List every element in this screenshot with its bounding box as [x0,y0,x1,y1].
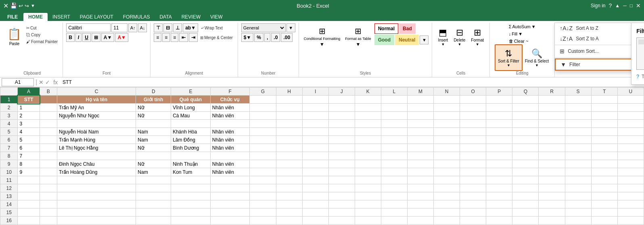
table-cell[interactable]: Nhân viên [210,168,250,176]
table-cell[interactable] [539,104,565,112]
table-cell[interactable] [512,200,539,208]
table-cell[interactable] [565,168,591,176]
table-cell[interactable]: Quê quán [171,96,211,104]
col-header-k[interactable]: K [355,88,381,96]
table-cell[interactable] [591,200,617,208]
table-cell[interactable] [539,144,565,152]
decrease-indent-button[interactable]: ⇤ [179,33,188,42]
align-bottom-button[interactable]: ⊥ [173,23,182,32]
table-cell[interactable] [539,136,565,144]
table-cell[interactable] [434,104,460,112]
table-cell[interactable] [171,200,211,208]
table-cell[interactable] [565,152,591,160]
table-cell[interactable] [355,144,381,152]
tab-home[interactable]: HOME [23,13,48,21]
table-cell[interactable] [381,128,407,136]
table-cell[interactable] [250,152,276,160]
col-header-p[interactable]: P [486,88,512,96]
table-cell[interactable] [407,128,433,136]
col-header-l[interactable]: L [381,88,407,96]
table-cell[interactable] [591,112,617,120]
table-cell[interactable] [276,128,302,136]
table-cell[interactable]: Nhân viên [210,144,250,152]
table-cell[interactable] [407,136,433,144]
col-header-e[interactable]: E [171,88,211,96]
table-cell[interactable] [302,112,328,120]
table-cell[interactable] [328,160,355,168]
table-cell[interactable] [302,217,328,225]
font-name-input[interactable] [66,23,111,32]
table-cell[interactable] [460,176,486,184]
table-cell[interactable] [57,200,136,208]
table-cell[interactable] [486,144,512,152]
table-cell[interactable] [460,208,486,217]
table-cell[interactable] [486,128,512,136]
table-cell[interactable] [276,184,302,192]
table-cell[interactable] [434,200,460,208]
autosum-button[interactable]: Σ AutoSum ▼ [506,23,538,30]
table-cell[interactable] [302,200,328,208]
table-cell[interactable] [136,176,171,184]
table-cell[interactable] [617,152,644,160]
table-cell[interactable] [460,104,486,112]
table-cell[interactable] [460,160,486,168]
table-cell[interactable]: 8 [18,160,40,168]
paste-button[interactable]: 📋 Paste [5,23,24,50]
table-cell[interactable]: Nữ [136,144,171,152]
table-cell[interactable] [434,96,460,104]
table-cell[interactable] [40,136,57,144]
table-cell[interactable] [40,120,57,128]
table-cell[interactable] [434,144,460,152]
col-header-j[interactable]: J [328,88,355,96]
table-cell[interactable] [302,136,328,144]
table-cell[interactable] [591,168,617,176]
table-cell[interactable] [328,184,355,192]
formula-function-icon[interactable]: fx [52,79,59,85]
col-header-m[interactable]: M [407,88,433,96]
table-cell[interactable] [40,144,57,152]
quick-access-more[interactable]: ▼ [31,3,35,8]
style-normal-box[interactable]: Normal [374,23,398,34]
table-cell[interactable] [355,200,381,208]
table-cell[interactable] [381,136,407,144]
find-select-button[interactable]: 🔍 Find & Select ▼ [523,44,551,71]
table-cell[interactable] [460,200,486,208]
table-cell[interactable] [539,120,565,128]
table-cell[interactable] [355,152,381,160]
table-cell[interactable] [302,128,328,136]
table-cell[interactable] [210,120,250,128]
table-cell[interactable] [276,144,302,152]
table-cell[interactable] [40,168,57,176]
table-cell[interactable] [40,96,57,104]
table-cell[interactable] [486,136,512,144]
table-cell[interactable] [302,104,328,112]
name-box-input[interactable] [2,78,34,86]
table-cell[interactable] [591,128,617,136]
table-cell[interactable] [57,152,136,160]
formula-cancel-icon[interactable]: ✕ [39,79,44,85]
table-cell[interactable] [512,160,539,168]
table-cell[interactable] [407,96,433,104]
table-cell[interactable] [250,160,276,168]
table-cell[interactable]: Lê Thị Ngọc Hằng [57,144,136,152]
table-cell[interactable] [171,120,211,128]
table-cell[interactable] [617,160,644,168]
table-cell[interactable]: Trần Mỹ An [57,104,136,112]
table-cell[interactable] [617,120,644,128]
percent-button[interactable]: % [254,33,263,42]
table-cell[interactable] [565,144,591,152]
table-cell[interactable] [434,120,460,128]
table-cell[interactable] [486,112,512,120]
table-cell[interactable] [617,176,644,184]
increase-indent-button[interactable]: ⇥ [189,33,198,42]
table-cell[interactable] [565,104,591,112]
table-cell[interactable] [434,192,460,200]
col-header-n[interactable]: N [434,88,460,96]
table-cell[interactable] [434,176,460,184]
table-cell[interactable] [276,168,302,176]
table-cell[interactable] [617,128,644,136]
ribbon-minimize-button[interactable]: ▲ [615,3,620,8]
table-cell[interactable]: Cà Mau [171,112,211,120]
decrease-decimal-button[interactable]: .0 [271,33,280,42]
table-cell[interactable] [407,184,433,192]
